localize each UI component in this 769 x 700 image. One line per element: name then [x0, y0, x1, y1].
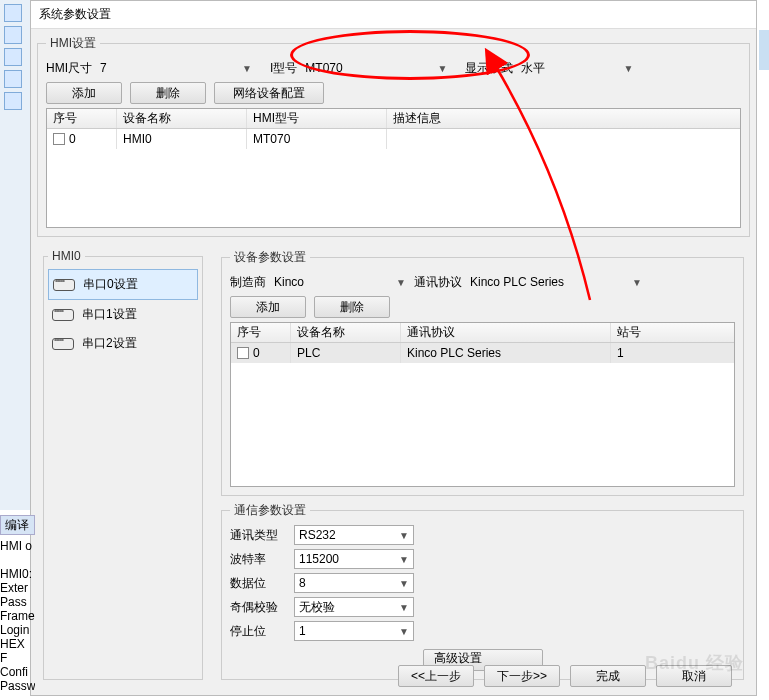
annotation-arrow [440, 55, 640, 305]
output-line: HMI0: [0, 567, 35, 581]
comm-type-value: RS232 [299, 528, 336, 542]
serial-port-icon [53, 279, 75, 291]
toolbar-icon[interactable] [4, 48, 22, 66]
hmi0-legend: HMI0 [48, 249, 85, 263]
seq-text: 0 [253, 346, 260, 360]
output-line: Confi [0, 665, 35, 679]
databits-combo[interactable]: 8▼ [294, 573, 414, 593]
mfr-value: Kinco [274, 275, 304, 289]
toolbar-icon[interactable] [4, 26, 22, 44]
hmi-size-label: HMI尺寸 [46, 60, 92, 77]
finish-button[interactable]: 完成 [570, 665, 646, 687]
device-table-row[interactable]: 0 PLC Kinco PLC Series 1 [231, 343, 734, 363]
databits-value: 8 [299, 576, 306, 590]
serial-port-icon [52, 309, 74, 321]
sidebar-item-com0[interactable]: 串口0设置 [48, 269, 198, 300]
stopbits-combo[interactable]: 1▼ [294, 621, 414, 641]
parity-combo[interactable]: 无校验▼ [294, 597, 414, 617]
device-table-header: 序号 设备名称 通讯协议 站号 [231, 323, 734, 343]
toolbar-icon[interactable] [4, 4, 22, 22]
watermark: Baidu 经验 [645, 651, 744, 675]
sidebar-item-label: 串口1设置 [82, 306, 137, 323]
baud-label: 波特率 [230, 551, 290, 568]
comm-type-label: 通讯类型 [230, 527, 290, 544]
cell-name: HMI0 [117, 129, 247, 149]
chevron-down-icon: ▼ [399, 626, 409, 637]
output-title: 编译 [0, 515, 35, 535]
hmi-settings-legend: HMI设置 [46, 35, 100, 52]
col-name: 设备名称 [117, 109, 247, 128]
cell-model: MT070 [247, 129, 387, 149]
hmi-model-combo[interactable]: MT070▼ [301, 58, 451, 78]
sidebar-item-label: 串口2设置 [82, 335, 137, 352]
parity-label: 奇偶校验 [230, 599, 290, 616]
hmi-size-combo[interactable]: 7▼ [96, 58, 256, 78]
serial-port-icon [52, 338, 74, 350]
hmi-add-button[interactable]: 添加 [46, 82, 122, 104]
mfr-combo[interactable]: Kinco▼ [270, 272, 410, 292]
seq-text: 0 [69, 132, 76, 146]
hmi-size-value: 7 [100, 61, 107, 75]
left-toolbar [0, 0, 30, 510]
cell-proto: Kinco PLC Series [401, 343, 611, 363]
comm-settings-legend: 通信参数设置 [230, 502, 310, 519]
hmi-del-button[interactable]: 删除 [130, 82, 206, 104]
next-button[interactable]: 下一步>> [484, 665, 560, 687]
cell-name: PLC [291, 343, 401, 363]
output-line: Login [0, 623, 35, 637]
col-seq: 序号 [47, 109, 117, 128]
network-config-button[interactable]: 网络设备配置 [214, 82, 324, 104]
cell-station: 1 [611, 343, 734, 363]
output-line: Passw [0, 679, 35, 693]
hmi-model-label: I型号 [270, 60, 297, 77]
row-checkbox[interactable] [53, 133, 65, 145]
hmi-settings-group: HMI设置 HMI尺寸 7▼ I型号 MT070▼ 显示模式 水平▼ 添加 删除… [37, 35, 750, 237]
dialog-title: 系统参数设置 [31, 1, 756, 29]
col-proto: 通讯协议 [401, 323, 611, 342]
output-line: Pass [0, 595, 35, 609]
chevron-down-icon: ▼ [399, 530, 409, 541]
cell-seq: 0 [47, 129, 117, 149]
databits-label: 数据位 [230, 575, 290, 592]
hmi0-group: HMI0 串口0设置 串口1设置 串口2设置 [43, 249, 203, 680]
sidebar-item-label: 串口0设置 [83, 276, 138, 293]
chevron-down-icon: ▼ [399, 602, 409, 613]
lower-area: HMI0 串口0设置 串口1设置 串口2设置 设备参数设置 制造商 Kinco [37, 243, 750, 686]
chevron-down-icon: ▼ [396, 277, 406, 288]
col-model: HMI型号 [247, 109, 387, 128]
right-panels: 设备参数设置 制造商 Kinco▼ 通讯协议 Kinco PLC Series▼… [215, 243, 750, 686]
baud-value: 115200 [299, 552, 339, 566]
output-panel: 编译 HMI o HMI0: Exter Pass Frame Login HE… [0, 515, 35, 695]
stopbits-label: 停止位 [230, 623, 290, 640]
col-name: 设备名称 [291, 323, 401, 342]
mfr-label: 制造商 [230, 274, 266, 291]
chevron-down-icon: ▼ [399, 578, 409, 589]
hmi-model-value: MT070 [305, 61, 342, 75]
cell-seq: 0 [231, 343, 291, 363]
row-checkbox[interactable] [237, 347, 249, 359]
output-line: File [0, 693, 35, 695]
output-line: Exter [0, 581, 35, 595]
comm-type-combo[interactable]: RS232▼ [294, 525, 414, 545]
col-station: 站号 [611, 323, 734, 342]
output-line: Frame [0, 609, 35, 623]
chevron-down-icon: ▼ [242, 63, 252, 74]
baud-combo[interactable]: 115200▼ [294, 549, 414, 569]
parity-value: 无校验 [299, 599, 335, 616]
output-line: HEX F [0, 637, 35, 665]
chevron-down-icon: ▼ [399, 554, 409, 565]
toolbar-icon[interactable] [4, 70, 22, 88]
device-del-button[interactable]: 删除 [314, 296, 390, 318]
prev-button[interactable]: <<上一步 [398, 665, 474, 687]
device-table[interactable]: 序号 设备名称 通讯协议 站号 0 PLC Kinco PLC Series 1 [230, 322, 735, 487]
device-add-button[interactable]: 添加 [230, 296, 306, 318]
sidebar-item-com2[interactable]: 串口2设置 [48, 329, 198, 358]
sidebar-item-com1[interactable]: 串口1设置 [48, 300, 198, 329]
right-strip [759, 30, 769, 70]
device-settings-legend: 设备参数设置 [230, 249, 310, 266]
output-line: HMI o [0, 539, 35, 553]
system-params-dialog: 系统参数设置 HMI设置 HMI尺寸 7▼ I型号 MT070▼ 显示模式 水平… [30, 0, 757, 696]
col-seq: 序号 [231, 323, 291, 342]
toolbar-icon[interactable] [4, 92, 22, 110]
stopbits-value: 1 [299, 624, 306, 638]
